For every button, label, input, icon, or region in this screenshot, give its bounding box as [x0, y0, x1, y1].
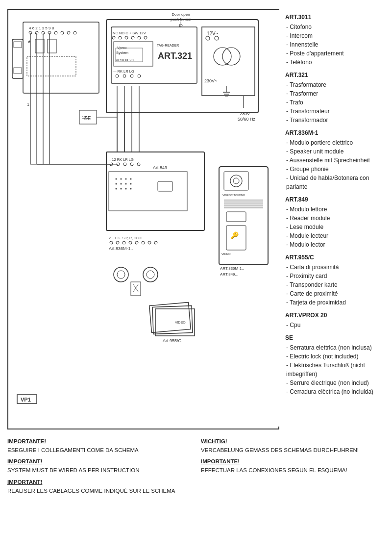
svg-text:VIDEOCITOFONO: VIDEOCITOFONO [222, 194, 245, 197]
svg-text:NC NO C  +  SW  12V: NC NO C + SW 12V [113, 31, 146, 35]
art-title-art849: ART.849 [285, 195, 385, 204]
list-item: Modulo lector [286, 240, 385, 249]
svg-point-83 [116, 188, 117, 190]
list-item: Carte de proximité [286, 289, 385, 298]
notes-col-2: WICHTIG!VERCABELUNG GEMASS DES SCHEMAS D… [201, 434, 385, 498]
svg-point-85 [125, 188, 127, 190]
svg-text:Art.849: Art.849 [153, 165, 167, 170]
list-item: Trasformer [286, 89, 385, 98]
svg-text:230V: 230V [240, 111, 250, 116]
bottom-notes: IMPORTANTE!ESEGUIRE I COLLEGAMENTI COME … [7, 434, 385, 498]
art-title-artvprox20: ART.VPROX 20 [285, 311, 385, 320]
list-item: Speaker unit module [286, 147, 385, 156]
note-text: REALISER LES CABLAGES COMME INDIQUÉ SUR … [7, 487, 191, 495]
right-panel: ART.3011CitofonoIntercomInnenstellePoste… [285, 9, 385, 429]
art-title-art3011: ART.3011 [285, 13, 385, 22]
svg-text:Art.955/C: Art.955/C [163, 338, 182, 343]
content-area: 4 6 2 1 3 5 9 8 * [7, 9, 385, 429]
list-item: Citofono [286, 23, 385, 31]
list-item: Module lecteur [286, 231, 385, 240]
svg-text:ART.849...: ART.849... [220, 272, 238, 277]
svg-text:12V~: 12V~ [207, 31, 219, 36]
art-title-art321: ART.321 [285, 71, 385, 79]
art-title-art955c: ART.955/C [285, 253, 385, 262]
art-list-se: Serratura elettrica (non inclusa)Electri… [285, 343, 385, 396]
list-item: Teléfono [286, 58, 385, 67]
art-list-artvprox20: Cpu [285, 321, 385, 329]
list-item: Cerradura elèctrica (no incluida) [286, 387, 385, 396]
svg-text:ART.836M-1..: ART.836M-1.. [220, 266, 244, 271]
list-item: Aussenstelle mit Sprecheinheit [286, 156, 385, 165]
svg-text:TAG-READER: TAG-READER [157, 44, 179, 47]
art-list-art955c: Carta di prossimitàProximity cardTranspo… [285, 263, 385, 307]
svg-text:4  6  2  1  3  5  9  8: 4 6 2 1 3 5 9 8 [29, 26, 54, 30]
svg-text:Vprox: Vprox [117, 46, 127, 50]
svg-text:Art.836M-1..: Art.836M-1.. [109, 246, 133, 251]
notes-col-1: IMPORTANTE!ESEGUIRE I COLLEGAMENTI COME … [7, 434, 191, 498]
art-list-art3011: CitofonoIntercomInnenstellePoste d'appar… [285, 23, 385, 67]
svg-point-81 [125, 183, 127, 185]
note-heading: IMPORTANTE! [7, 438, 191, 444]
note-heading: IMPORTANT! [7, 458, 191, 464]
svg-text:push button: push button [171, 17, 191, 22]
list-item: Intercom [286, 31, 385, 40]
svg-point-77 [125, 178, 127, 180]
svg-text:VPROX.20: VPROX.20 [116, 58, 134, 62]
note-text: EFFECTUAR LAS CONEXIONES SEGUN EL ESQUEM… [201, 466, 385, 475]
svg-text:ART.321: ART.321 [158, 51, 192, 61]
svg-text:🔑: 🔑 [230, 231, 239, 240]
svg-text:12V: 12V [82, 115, 89, 120]
svg-text:230V~: 230V~ [204, 78, 217, 83]
svg-point-79 [116, 183, 117, 185]
list-item: Serratura elettrica (non inclusa) [286, 343, 385, 352]
page: 4 6 2 1 3 5 9 8 * [0, 0, 392, 555]
art-title-se: SE [285, 333, 385, 342]
note-heading: WICHTIG! [201, 438, 385, 444]
list-item: Poste d'appartement [286, 49, 385, 58]
svg-text:Door open: Door open [172, 12, 190, 17]
svg-text:1: 1 [27, 102, 29, 107]
list-item: Proximity card [286, 272, 385, 280]
note-text: SYSTEM MUST BE WIRED AS PER INSTRUCTION [7, 466, 191, 475]
svg-point-84 [121, 188, 122, 190]
art-list-art849: Modulo lettoreReader moduleLese moduleMo… [285, 205, 385, 249]
list-item: Modulo portiere elettrico [286, 138, 385, 147]
list-item: Reader module [286, 214, 385, 223]
svg-point-76 [121, 178, 122, 180]
list-item: Cpu [286, 321, 385, 329]
art-title-art836m1: ART.836M-1 [285, 128, 385, 137]
list-item: Carta di prossimità [286, 263, 385, 272]
list-item: Trafo [286, 98, 385, 107]
svg-text:VIDEO: VIDEO [221, 252, 231, 255]
list-item: Innenstelle [286, 40, 385, 49]
list-item: Serrure électrique (non includ) [286, 378, 385, 387]
svg-text:System: System [116, 50, 128, 55]
svg-point-82 [130, 183, 132, 185]
svg-point-86 [130, 188, 132, 190]
list-item: Transformador [286, 116, 385, 125]
list-item: Groupe phonie [286, 165, 385, 174]
list-item: Lese module [286, 223, 385, 231]
list-item: Unidad de habla/Botonera con parlante [286, 174, 385, 191]
note-heading: IMPORTANT! [7, 479, 191, 485]
diagram-svg: 4 6 2 1 3 5 9 8 * [8, 10, 280, 427]
list-item: Transformateur [286, 107, 385, 116]
list-item: Tarjeta de proximidad [286, 298, 385, 307]
diagram-area: 4 6 2 1 3 5 9 8 * [7, 9, 279, 429]
list-item: Electric lock (not included) [286, 352, 385, 361]
note-text: VERCABELUNG GEMASS DES SCHEMAS DURCHFUHR… [201, 446, 385, 454]
svg-rect-0 [8, 10, 280, 427]
art-list-art836m1: Modulo portiere elettricoSpeaker unit mo… [285, 138, 385, 191]
list-item: Elektrisches Turschloß (nicht imbegriffe… [286, 361, 385, 378]
art-list-art321: TrasformatoreTrasformerTrafoTransformate… [285, 80, 385, 125]
svg-point-78 [130, 178, 132, 180]
svg-text:—  RK  LR  LG: — RK LR LG [113, 69, 134, 74]
svg-text:2  ~  1  3~  S  P,  R,  CC  C: 2 ~ 1 3~ S P, R, CC C [109, 236, 142, 240]
note-text: ESEGUIRE I COLLEGAMENTI COME DA SCHEMA [7, 446, 191, 454]
list-item: Trasformatore [286, 80, 385, 89]
svg-point-75 [116, 178, 117, 180]
list-item: Modulo lettore [286, 205, 385, 214]
list-item: Transponder karte [286, 280, 385, 289]
svg-point-80 [121, 183, 122, 185]
svg-text:50/60 Hz: 50/60 Hz [238, 117, 256, 122]
